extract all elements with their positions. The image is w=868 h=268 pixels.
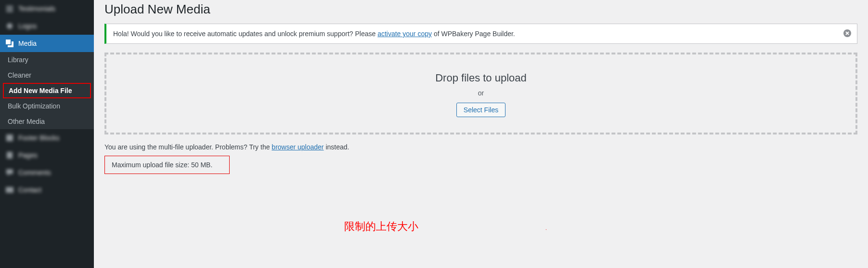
admin-sidebar: Testimonials Logos Media Library Cleaner… bbox=[0, 0, 94, 268]
sidebar-item-blurred[interactable]: Logos bbox=[0, 17, 94, 35]
browser-uploader-link[interactable]: browser uploader bbox=[272, 143, 324, 151]
activate-copy-link[interactable]: activate your copy bbox=[377, 30, 432, 38]
svg-rect-4 bbox=[6, 134, 13, 141]
sidebar-item-blurred[interactable]: Pages bbox=[0, 147, 94, 164]
sidebar-sub-other-media[interactable]: Other Media bbox=[0, 114, 94, 129]
svg-rect-1 bbox=[6, 8, 13, 10]
sidebar-item-label: Testimonials bbox=[18, 5, 55, 13]
activation-notice: Hola! Would you like to receive automati… bbox=[104, 24, 857, 44]
generic-icon bbox=[5, 4, 14, 13]
sidebar-item-label: Logos bbox=[18, 22, 37, 30]
sidebar-item-label: Media bbox=[18, 40, 37, 47]
annotation-cn: 限制的上传大小 bbox=[344, 219, 418, 234]
svg-rect-2 bbox=[6, 11, 13, 12]
dropzone-or: or bbox=[106, 89, 855, 97]
sidebar-sub-library[interactable]: Library bbox=[0, 52, 94, 67]
max-upload-size: Maximum upload file size: 50 MB. bbox=[104, 156, 230, 174]
media-icon bbox=[5, 39, 14, 48]
generic-icon bbox=[5, 185, 14, 195]
hint-pre: You are using the multi-file uploader. P… bbox=[104, 143, 272, 151]
close-icon bbox=[842, 32, 852, 40]
hint-post: instead. bbox=[324, 143, 350, 151]
sidebar-item-blurred[interactable]: Contact bbox=[0, 181, 94, 199]
sidebar-item-label: Pages bbox=[18, 151, 38, 159]
svg-point-3 bbox=[7, 23, 13, 29]
sidebar-item-label: Footer Blocks bbox=[18, 134, 60, 142]
select-files-button[interactable]: Select Files bbox=[456, 103, 505, 117]
sidebar-item-label: Comments bbox=[18, 169, 51, 176]
sidebar-sub-cleaner[interactable]: Cleaner bbox=[0, 67, 94, 83]
sidebar-item-media[interactable]: Media bbox=[0, 35, 94, 52]
page-title: Upload New Media bbox=[104, 0, 857, 24]
generic-icon bbox=[5, 150, 14, 160]
sidebar-item-label: Contact bbox=[18, 186, 41, 194]
annotation-dot: . bbox=[545, 226, 547, 231]
svg-rect-0 bbox=[6, 6, 13, 7]
sidebar-item-blurred[interactable]: Testimonials bbox=[0, 0, 94, 17]
notice-text-post: of WPBakery Page Builder. bbox=[432, 30, 515, 38]
generic-icon bbox=[5, 168, 14, 177]
sidebar-sub-bulk-optimization[interactable]: Bulk Optimization bbox=[0, 98, 94, 114]
notice-text-pre: Hola! Would you like to receive automati… bbox=[113, 30, 377, 38]
dismiss-notice-button[interactable] bbox=[842, 28, 853, 40]
sidebar-item-blurred[interactable]: Footer Blocks bbox=[0, 129, 94, 147]
main-content: Upload New Media Hola! Would you like to… bbox=[94, 0, 868, 268]
uploader-hint: You are using the multi-file uploader. P… bbox=[104, 143, 857, 151]
dropzone-title: Drop files to upload bbox=[106, 72, 855, 84]
generic-icon bbox=[5, 21, 14, 31]
sidebar-submenu-media: Library Cleaner Add New Media File Bulk … bbox=[0, 52, 94, 129]
sidebar-sub-add-new[interactable]: Add New Media File bbox=[3, 83, 91, 98]
generic-icon bbox=[5, 133, 14, 143]
sidebar-item-blurred[interactable]: Comments bbox=[0, 164, 94, 181]
upload-dropzone[interactable]: Drop files to upload or Select Files bbox=[104, 53, 857, 134]
